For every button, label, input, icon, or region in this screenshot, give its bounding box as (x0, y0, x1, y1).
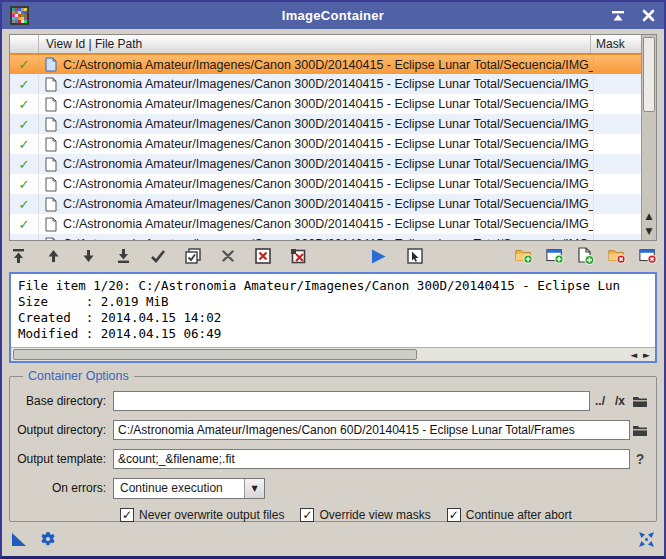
remove-directory-button[interactable] (608, 247, 626, 265)
table-header: View Id | File Path Mask (10, 35, 641, 54)
never-overwrite-checkbox[interactable]: ✓ Never overwrite output files (120, 508, 284, 522)
remove-selected-button[interactable] (254, 247, 272, 265)
new-instance-button[interactable] (11, 532, 27, 547)
file-icon (45, 237, 57, 241)
shade-icon (611, 9, 625, 22)
close-windows-button[interactable] (639, 247, 657, 265)
disable-items-button[interactable] (219, 247, 237, 265)
output-directory-input[interactable] (113, 420, 630, 440)
window-add-icon (546, 247, 564, 265)
template-help-button[interactable]: ? (630, 451, 650, 467)
move-up-button[interactable] (44, 247, 62, 265)
table-row[interactable]: ✓ C:/Astronomia Amateur/Imagenes/Canon 3… (10, 214, 641, 234)
table-row[interactable]: ✓ C:/Astronomia Amateur/Imagenes/Canon 3… (10, 174, 641, 194)
move-to-bottom-button[interactable] (114, 247, 132, 265)
container-options-legend: Container Options (23, 369, 134, 383)
on-errors-selected-value: Continue execution (114, 479, 244, 498)
file-icon (45, 157, 57, 172)
table-row[interactable]: ✓ C:/Astronomia Amateur/Imagenes/Canon 3… (10, 74, 641, 94)
scroll-up-button[interactable]: ▲ (646, 210, 653, 223)
checkbox-stack-icon (185, 248, 201, 264)
checkbox-check-icon: ✓ (300, 508, 314, 522)
chevron-down-icon: ▼ (251, 484, 257, 493)
mask-cell (593, 154, 641, 174)
file-icon (45, 197, 57, 212)
mask-cell (593, 74, 641, 94)
table-row[interactable]: ✓ C:/Astronomia Amateur/Imagenes/Canon 3… (10, 154, 641, 174)
horizontal-scrollbar[interactable]: ◄ ► (11, 347, 655, 361)
scroll-left-button[interactable]: ◄ (630, 350, 637, 360)
file-path: C:/Astronomia Amateur/Imagenes/Canon 300… (63, 97, 593, 111)
title-bar[interactable]: ImageContainer (2, 2, 664, 29)
add-files-button[interactable] (577, 247, 595, 265)
browse-output-directory-button[interactable] (630, 424, 650, 437)
enable-items-button[interactable] (149, 247, 167, 265)
base-directory-label: Base directory: (16, 394, 113, 408)
toggle-selected-button[interactable] (184, 247, 202, 265)
override-view-masks-checkbox[interactable]: ✓ Override view masks (300, 508, 430, 522)
clear-directory-button[interactable]: /x (610, 394, 630, 408)
x-icon (221, 249, 235, 263)
combo-dropdown-button[interactable]: ▼ (244, 479, 264, 498)
execute-button[interactable] (369, 247, 387, 265)
file-info-panel: File item 1/20: C:/Astronomia Amateur/Im… (9, 272, 657, 363)
file-icon (45, 57, 57, 72)
info-line-size: Size : 2.019 MiB (18, 294, 655, 310)
file-path: C:/Astronomia Amateur/Imagenes/Canon 300… (63, 58, 593, 72)
output-template-input[interactable] (113, 449, 630, 469)
enabled-check-icon: ✓ (10, 55, 39, 74)
table-row[interactable]: ✓ C:/Astronomia Amateur/Imagenes/Canon 3… (10, 54, 641, 74)
move-down-button[interactable] (79, 247, 97, 265)
shade-window-button[interactable] (610, 9, 626, 23)
file-icon (45, 137, 57, 152)
vertical-scrollbar-thumb[interactable] (643, 37, 655, 112)
parent-directory-button[interactable]: ../ (590, 394, 610, 408)
browse-base-directory-button[interactable] (630, 395, 650, 408)
enabled-check-icon: ✓ (10, 74, 39, 94)
continue-after-abort-checkbox[interactable]: ✓ Continue after abort (447, 508, 572, 522)
info-line-item: File item 1/20: C:/Astronomia Amateur/Im… (18, 278, 655, 294)
file-path: C:/Astronomia Amateur/Imagenes/Canon 300… (63, 157, 593, 171)
close-window-button[interactable] (640, 9, 656, 23)
vertical-scrollbar[interactable]: ▲ ▼ (641, 35, 656, 240)
file-path: C:/Astronomia Amateur/Imagenes/Canon 300… (63, 197, 593, 211)
file-icon (45, 97, 57, 112)
table-row[interactable]: ✓ C:/Astronomia Amateur/Imagenes/Canon 3… (10, 94, 641, 114)
file-icon (45, 117, 57, 132)
collapse-arrows-icon (638, 531, 655, 548)
enabled-check-icon: ✓ (10, 94, 39, 114)
on-errors-select[interactable]: Continue execution ▼ (113, 478, 265, 499)
table-row[interactable]: ✓ C:/Astronomia Amateur/Imagenes/Canon 3… (10, 114, 641, 134)
add-directory-button[interactable] (515, 247, 533, 265)
folder-add-icon (515, 247, 533, 265)
scroll-down-button[interactable]: ▼ (646, 225, 653, 238)
override-view-masks-label: Override view masks (319, 508, 430, 522)
preferences-button[interactable] (40, 531, 56, 547)
shrink-window-button[interactable] (638, 531, 655, 548)
horizontal-scrollbar-thumb[interactable] (13, 349, 417, 360)
file-path: C:/Astronomia Amateur/Imagenes/Canon 300… (63, 237, 593, 240)
new-instance-triangle-icon (11, 532, 27, 547)
file-path: C:/Astronomia Amateur/Imagenes/Canon 300… (63, 117, 593, 131)
clear-list-button[interactable] (289, 247, 307, 265)
enabled-check-icon: ✓ (10, 114, 39, 134)
add-windows-button[interactable] (546, 247, 564, 265)
enabled-check-icon: ✓ (10, 214, 39, 234)
file-icon (45, 177, 57, 192)
item-toolbar (9, 244, 657, 268)
play-icon (370, 248, 387, 265)
scroll-right-button[interactable]: ► (643, 350, 650, 360)
table-row[interactable]: ✓ C:/Astronomia Amateur/Imagenes/Canon 3… (10, 234, 641, 240)
file-icon (45, 217, 57, 232)
base-directory-input[interactable] (113, 391, 590, 411)
container-options-group: Container Options Base directory: ../ /x… (9, 376, 657, 522)
move-to-top-button[interactable] (9, 247, 27, 265)
window-remove-icon (639, 247, 657, 265)
table-row[interactable]: ✓ C:/Astronomia Amateur/Imagenes/Canon 3… (10, 134, 641, 154)
checkbox-check-icon: ✓ (120, 508, 134, 522)
info-line-created: Created : 2014.04.15 14:02 (18, 310, 655, 326)
file-path: C:/Astronomia Amateur/Imagenes/Canon 300… (63, 217, 593, 231)
table-row[interactable]: ✓ C:/Astronomia Amateur/Imagenes/Canon 3… (10, 194, 641, 214)
select-item-button[interactable] (406, 247, 424, 265)
close-icon (642, 9, 655, 22)
